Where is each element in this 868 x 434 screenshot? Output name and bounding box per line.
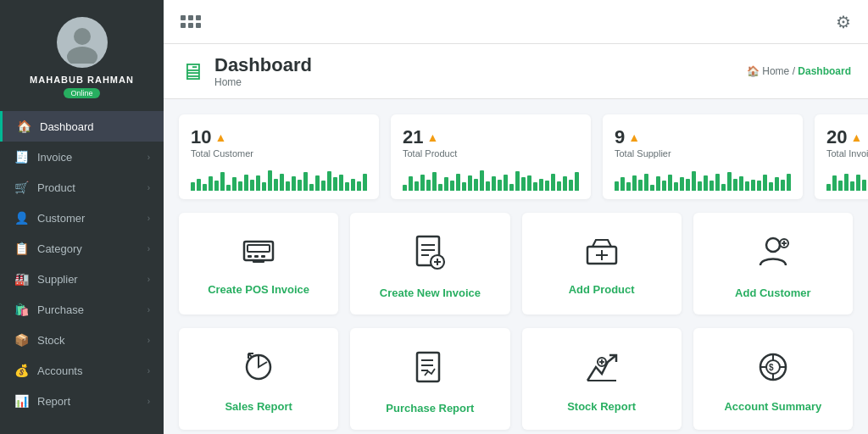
mini-bar	[214, 181, 219, 191]
mini-bar	[220, 172, 225, 191]
topbar-left	[181, 15, 201, 28]
mini-bar	[426, 180, 431, 191]
mini-bar	[745, 181, 749, 191]
sidebar-item-accounts[interactable]: 💰 Accounts ›	[0, 355, 164, 386]
nav-label-customer: Customer	[37, 212, 85, 225]
mini-bar	[262, 182, 266, 191]
breadcrumb-home: Home	[762, 65, 789, 77]
breadcrumb-current: Dashboard	[798, 65, 851, 77]
stat-row: 10 ▲ Total Customer 21 ▲ Total Product 9…	[179, 114, 853, 199]
chevron-icon: ›	[147, 214, 150, 223]
stat-label: Total Customer	[191, 148, 367, 159]
stat-arrow: ▲	[426, 131, 438, 144]
mini-bar	[751, 180, 755, 191]
stat-card-3: 20 ▲ Total Invoice	[815, 114, 868, 199]
page-header-left: 🖥 Dashboard Home	[181, 54, 312, 88]
mini-bar	[256, 175, 260, 191]
stat-arrow: ▲	[850, 131, 862, 144]
action-label-create-pos: Create POS Invoice	[208, 283, 309, 296]
sidebar-item-dashboard[interactable]: 🏠 Dashboard	[0, 111, 164, 142]
stat-label: Total Product	[403, 148, 579, 159]
svg-point-0	[74, 28, 91, 45]
nav-item-left: 🧾 Invoice	[14, 150, 72, 164]
nav-item-left: 🏠 Dashboard	[16, 120, 94, 133]
topbar: ⚙	[164, 0, 868, 44]
mini-bar	[527, 175, 531, 191]
action-card-create-pos[interactable]: Create POS Invoice	[179, 213, 338, 314]
mini-bar	[492, 176, 496, 191]
page-subtitle: Home	[214, 76, 312, 88]
nav-icon-invoice: 🧾	[14, 150, 29, 164]
mini-bar	[292, 176, 296, 191]
sidebar-item-purchase[interactable]: 🛍️ Purchase ›	[0, 294, 164, 325]
mini-bar	[775, 177, 779, 191]
nav-item-left: 🛒 Product	[14, 181, 75, 194]
mini-bar	[456, 174, 460, 191]
mini-bar	[844, 174, 849, 191]
sidebar-item-invoice[interactable]: 🧾 Invoice ›	[0, 142, 164, 172]
mini-bar	[444, 177, 448, 191]
grid-icon[interactable]	[181, 15, 201, 28]
chevron-icon: ›	[147, 366, 150, 376]
mini-bar	[339, 175, 343, 191]
nav-item-left: 📊 Report	[14, 394, 70, 408]
report-card-account-summary[interactable]: $ Account Summary	[693, 328, 853, 430]
mini-bar	[345, 182, 349, 191]
mini-bar	[856, 175, 860, 191]
action-card-add-customer[interactable]: Add Customer	[693, 213, 853, 314]
svg-point-1	[67, 47, 97, 64]
sidebar-item-report[interactable]: 📊 Report ›	[0, 386, 164, 416]
mini-bar	[715, 174, 720, 191]
sidebar-item-customer[interactable]: 👤 Customer ›	[0, 203, 164, 233]
report-icon-sales-report	[242, 350, 275, 392]
action-grid: Create POS Invoice Create New Invoice Ad…	[179, 213, 853, 314]
mini-bar	[268, 170, 272, 191]
stat-number: 10 ▲	[191, 126, 367, 148]
mini-bar	[409, 176, 413, 191]
report-card-sales-report[interactable]: Sales Report	[179, 328, 338, 430]
report-grid: Sales Report Purchase Report Stock Repor…	[179, 328, 853, 430]
mini-bar	[739, 176, 743, 191]
report-card-purchase-report[interactable]: Purchase Report	[350, 328, 509, 430]
mini-bar	[420, 175, 425, 191]
mini-bar	[704, 175, 708, 191]
report-icon-stock-report	[584, 350, 620, 392]
action-icon-create-pos	[241, 235, 276, 275]
report-icon-purchase-report	[415, 350, 445, 393]
mini-bar	[838, 181, 843, 191]
stat-label: Total Supplier	[615, 148, 791, 159]
mini-bar	[203, 184, 207, 191]
mini-bar	[721, 184, 726, 191]
mini-bar	[351, 179, 355, 191]
sidebar-item-supplier[interactable]: 🏭 Supplier ›	[0, 264, 164, 294]
mini-bars	[615, 165, 791, 191]
dashboard-icon: 🖥	[181, 58, 204, 86]
mini-bar	[226, 185, 231, 191]
mini-bar	[191, 182, 195, 191]
chevron-icon: ›	[147, 153, 150, 162]
nav-icon-customer: 👤	[14, 211, 29, 225]
nav-label-invoice: Invoice	[37, 151, 72, 164]
mini-bars	[826, 165, 868, 191]
svg-rect-6	[261, 255, 265, 258]
sidebar-item-stock[interactable]: 📦 Stock ›	[0, 325, 164, 355]
mini-bar	[656, 176, 660, 191]
mini-bar	[209, 176, 213, 191]
nav-item-left: 📋 Category	[14, 242, 82, 255]
sidebar-item-product[interactable]: 🛒 Product ›	[0, 172, 164, 203]
mini-bar	[533, 182, 537, 191]
mini-bar	[438, 184, 442, 191]
mini-bar	[280, 174, 284, 191]
settings-icon[interactable]: ⚙	[836, 12, 851, 32]
nav-label-dashboard: Dashboard	[40, 120, 94, 133]
mini-bar	[515, 171, 520, 191]
mini-bar	[521, 177, 526, 191]
sidebar-item-category[interactable]: 📋 Category ›	[0, 233, 164, 264]
action-card-create-invoice[interactable]: Create New Invoice	[350, 213, 509, 314]
action-card-add-product[interactable]: Add Product	[522, 213, 682, 314]
online-status: Online	[64, 88, 99, 98]
report-label-stock-report: Stock Report	[567, 400, 636, 413]
mini-bar	[632, 175, 637, 191]
svg-point-18	[766, 238, 780, 252]
report-card-stock-report[interactable]: Stock Report	[522, 328, 682, 430]
